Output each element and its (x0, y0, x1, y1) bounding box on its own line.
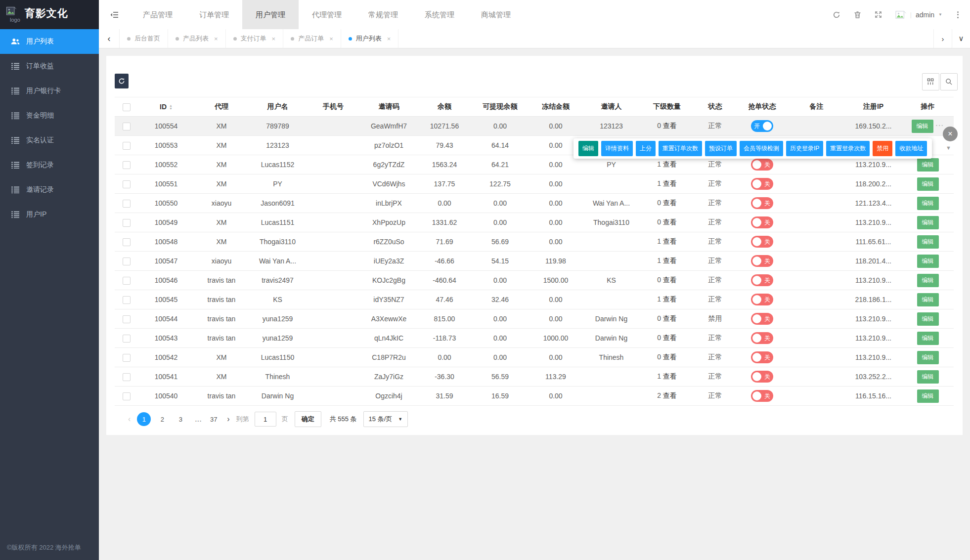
popup-action-button[interactable]: 编辑 (578, 141, 598, 156)
nav-menu-item[interactable]: 系统管理 (411, 0, 468, 29)
tab-close-icon[interactable]: × (214, 35, 218, 43)
nav-menu-item[interactable]: 订单管理 (186, 0, 242, 29)
row-checkbox[interactable] (123, 354, 131, 362)
page-tab[interactable]: 用户列表 × (341, 29, 399, 48)
popup-action-button[interactable]: 预设订单 (705, 141, 737, 156)
page-number-button[interactable]: ... (194, 412, 202, 426)
edit-button[interactable]: 编辑 (917, 216, 939, 229)
row-checkbox[interactable] (123, 123, 131, 130)
view-subordinates-link[interactable]: 查看 (663, 314, 677, 322)
popup-action-button[interactable]: 收款地址 (895, 141, 927, 156)
popup-action-button[interactable]: 重置登录次数 (826, 141, 870, 156)
nav-menu-item[interactable]: 代理管理 (299, 0, 355, 29)
edit-button[interactable]: 编辑 (917, 274, 939, 287)
more-menu-icon[interactable] (956, 10, 960, 20)
edit-button[interactable]: 编辑 (917, 255, 939, 268)
grab-status-toggle[interactable]: 关 (751, 159, 773, 171)
user-menu[interactable]: | admin ▼ (895, 10, 942, 20)
edit-button[interactable]: 编辑 (917, 177, 939, 191)
row-checkbox[interactable] (123, 161, 131, 169)
sidebar-item[interactable]: 用户IP (0, 202, 99, 227)
nav-menu-item[interactable]: 商城管理 (468, 0, 524, 29)
page-number-button[interactable]: 1 (137, 412, 151, 426)
tabs-scroll-left-button[interactable]: ‹ (99, 29, 120, 48)
view-subordinates-link[interactable]: 查看 (663, 391, 677, 399)
confirm-page-button[interactable]: 确定 (295, 411, 321, 427)
edit-button[interactable]: 编辑 (917, 370, 939, 384)
view-subordinates-link[interactable]: 查看 (663, 160, 677, 168)
edit-button[interactable]: 编辑 (917, 158, 939, 172)
nav-menu-item[interactable]: 常规管理 (355, 0, 411, 29)
more-actions-icon[interactable]: ··· (936, 122, 944, 129)
grab-status-toggle[interactable]: 关 (751, 351, 773, 363)
prev-page-button[interactable]: ‹ (126, 415, 132, 424)
edit-button[interactable]: 编辑 (917, 389, 939, 403)
edit-button[interactable]: 编辑 (912, 120, 933, 133)
popup-action-button[interactable]: 历史登录IP (786, 141, 823, 156)
grab-status-toggle[interactable]: 关 (751, 255, 773, 267)
fullscreen-icon[interactable] (875, 11, 882, 18)
view-subordinates-link[interactable]: 查看 (663, 218, 677, 226)
grab-status-toggle[interactable]: 关 (751, 313, 773, 325)
row-checkbox[interactable] (123, 392, 131, 400)
grab-status-toggle[interactable]: 关 (751, 236, 773, 248)
grab-status-toggle[interactable]: 关 (751, 274, 773, 286)
table-refresh-button[interactable] (115, 74, 129, 88)
sidebar-item[interactable]: 用户列表 (0, 29, 99, 54)
popup-action-button[interactable]: 重置订单次数 (659, 141, 702, 156)
popup-close-button[interactable]: × (943, 127, 958, 141)
row-checkbox[interactable] (123, 335, 131, 343)
sort-icon[interactable]: ▲▼ (169, 104, 173, 110)
view-subordinates-link[interactable]: 查看 (663, 122, 677, 129)
edit-button[interactable]: 编辑 (917, 197, 939, 210)
page-tab[interactable]: 后台首页 (120, 29, 168, 48)
grab-status-toggle[interactable]: 关 (751, 371, 773, 383)
nav-menu-item[interactable]: 用户管理 (242, 0, 299, 29)
edit-button[interactable]: 编辑 (917, 235, 939, 249)
row-checkbox[interactable] (123, 296, 131, 304)
grab-status-toggle[interactable]: 开 (751, 120, 773, 132)
sidebar-item[interactable]: 资金明细 (0, 103, 99, 128)
popup-action-button[interactable]: 上分 (636, 141, 656, 156)
grab-status-toggle[interactable]: 关 (751, 178, 773, 190)
page-number-button[interactable]: 37 (207, 412, 220, 426)
row-checkbox[interactable] (123, 219, 131, 227)
page-size-select[interactable]: 15 条/页 ▼ (363, 411, 408, 427)
edit-button[interactable]: 编辑 (917, 293, 939, 306)
row-checkbox[interactable] (123, 142, 131, 150)
popup-action-button[interactable]: 会员等级检测 (740, 141, 783, 156)
grab-status-toggle[interactable]: 关 (751, 216, 773, 228)
page-number-button[interactable]: 3 (174, 412, 187, 426)
goto-page-input[interactable] (255, 412, 276, 427)
edit-button[interactable]: 编辑 (917, 332, 939, 345)
view-subordinates-link[interactable]: 查看 (663, 199, 677, 207)
grab-status-toggle[interactable]: 关 (751, 390, 773, 402)
view-subordinates-link[interactable]: 查看 (663, 237, 677, 245)
page-tab[interactable]: 支付订单 × (226, 29, 284, 48)
row-checkbox[interactable] (123, 315, 131, 323)
edit-button[interactable]: 编辑 (917, 351, 939, 364)
grab-status-toggle[interactable]: 关 (751, 197, 773, 209)
edit-button[interactable]: 编辑 (917, 312, 939, 326)
sidebar-item[interactable]: 实名认证 (0, 128, 99, 153)
page-number-button[interactable]: 2 (155, 412, 169, 426)
nav-menu-item[interactable]: 产品管理 (130, 0, 186, 29)
view-subordinates-link[interactable]: 查看 (663, 334, 677, 342)
sidebar-item[interactable]: 用户银行卡 (0, 79, 99, 103)
tabs-scroll-right-button[interactable]: › (933, 29, 952, 48)
view-subordinates-link[interactable]: 查看 (663, 257, 677, 264)
row-checkbox[interactable] (123, 258, 131, 265)
view-subordinates-link[interactable]: 查看 (663, 276, 677, 284)
view-subordinates-link[interactable]: 查看 (663, 295, 677, 303)
tab-close-icon[interactable]: × (329, 35, 333, 43)
row-checkbox[interactable] (123, 238, 131, 246)
next-page-button[interactable]: › (225, 415, 231, 424)
tab-close-icon[interactable]: × (387, 35, 391, 43)
grab-status-toggle[interactable]: 关 (751, 332, 773, 344)
sidebar-item[interactable]: 邀请记录 (0, 177, 99, 202)
select-all-checkbox[interactable] (123, 103, 131, 111)
sidebar-item[interactable]: 订单收益 (0, 54, 99, 79)
view-subordinates-link[interactable]: 查看 (663, 179, 677, 187)
search-icon[interactable] (940, 73, 958, 90)
grab-status-toggle[interactable]: 关 (751, 294, 773, 305)
